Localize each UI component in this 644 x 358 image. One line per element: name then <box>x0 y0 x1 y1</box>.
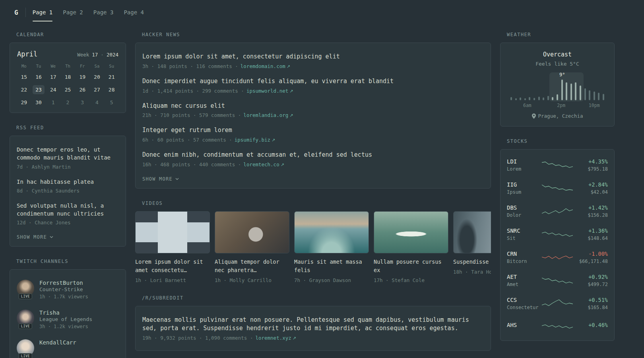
tab-page-3[interactable]: Page 3 <box>88 2 119 23</box>
video-title[interactable]: Suspendisse porta diam <box>453 258 491 266</box>
stock-row[interactable]: CCS Consectetur +0.51% $165.84 <box>507 292 608 315</box>
weather-bar <box>524 98 526 100</box>
reddit-post-domain-link[interactable]: loremnet.xyz ↗ <box>255 335 296 341</box>
weather-condition: Overcast <box>507 51 607 58</box>
calendar-day-today: 23 <box>33 85 45 94</box>
hn-item-domain: loremlandia.org <box>243 112 288 118</box>
hn-item-title[interactable]: Integer eget rutrum lorem <box>142 126 484 135</box>
calendar-box: April Week 17 · 2024 MoTuWeThFrSaSu 1516… <box>10 43 126 113</box>
stock-symbol[interactable]: CRN <box>507 251 542 257</box>
rss-item-title[interactable]: Sed volutpat nulla nisl, a condimentum n… <box>17 202 119 218</box>
stock-id: CRN Bitcorn <box>507 251 542 264</box>
weather-time-tick: 2pm <box>557 103 565 108</box>
hn-item-domain-link[interactable]: loremlandia.org ↗ <box>243 112 293 118</box>
hn-item: Integer eget rutrum lorem 6h · 60 points… <box>142 122 484 147</box>
stock-symbol[interactable]: IIG <box>507 181 542 188</box>
tab-page-4[interactable]: Page 4 <box>118 2 149 23</box>
hn-show-more-button[interactable]: SHOW MORE <box>142 175 179 183</box>
stock-symbol[interactable]: SNRC <box>507 228 542 234</box>
reddit-post-title[interactable]: Maecenas mollis pulvinar erat non posuer… <box>142 316 484 333</box>
stocks-widget-label: STOCKS <box>500 138 615 144</box>
rss-item-title[interactable]: Donec tempor eros leo, ut commodo mauris… <box>17 146 119 162</box>
weather-location[interactable]: Prague, Czechia <box>507 113 607 119</box>
hn-item-title[interactable]: Donec imperdiet augue tincidunt felis al… <box>142 77 484 86</box>
stock-row[interactable]: CRN Bitcorn -1.00% $66,171.48 <box>507 246 608 269</box>
video-title[interactable]: Aliquam tempor dolor nec pharetra… <box>215 258 289 274</box>
video-card[interactable]: Lorem ipsum dolor sit amet consectetu… 1… <box>135 211 210 283</box>
channel-name[interactable]: Trisha <box>39 309 92 316</box>
rss-show-more-button[interactable]: SHOW MORE <box>17 233 53 241</box>
hn-item-domain-link[interactable]: loremtech.co ↗ <box>243 161 284 167</box>
video-title[interactable]: Mauris sit amet massa felis <box>294 258 369 274</box>
hn-item-domain-link[interactable]: ipsumworld.net ↗ <box>246 88 293 94</box>
video-title[interactable]: Nullam posuere cursus ex <box>374 258 448 274</box>
stock-name: Ipsum <box>507 189 542 195</box>
stock-row[interactable]: LDI Lorem +4.35% $795.18 <box>507 154 608 177</box>
twitch-channel[interactable]: LIVE ForrestBurton Counter-Strike 1h · 1… <box>17 275 119 305</box>
weather-bar <box>520 97 521 100</box>
stock-row[interactable]: DBS Dolor +1.42% $156.28 <box>507 200 608 223</box>
stock-name: Sit <box>507 235 542 241</box>
calendar-day-name: Tu <box>31 64 46 68</box>
hn-item-domain-link[interactable]: ipsumify.biz ↗ <box>235 137 275 143</box>
video-thumbnail[interactable] <box>294 211 369 253</box>
stock-symbol[interactable]: CCS <box>507 297 542 303</box>
stock-symbol[interactable]: DBS <box>507 204 542 211</box>
video-card[interactable]: Suspendisse porta diam 18h · Tara Hollan… <box>453 211 491 283</box>
calendar-week-word: Week <box>77 52 89 58</box>
external-link-icon: ↗ <box>272 138 275 143</box>
video-card[interactable]: Nullam posuere cursus ex 17h · Stefan Co… <box>374 211 448 283</box>
tab-page-2[interactable]: Page 2 <box>58 2 88 23</box>
app-logo[interactable]: G <box>10 9 25 16</box>
stock-row[interactable]: AET Amet +0.92% $499.72 <box>507 269 608 292</box>
hn-item-meta: 1d · 1,414 points · 299 comments · ipsum… <box>142 88 484 94</box>
hn-item-stats: 3h · 148 points · 116 comments · <box>142 63 238 69</box>
hn-item-title[interactable]: Donec enim nibh, condimentum et accumsan… <box>142 151 484 160</box>
video-thumbnail[interactable] <box>453 211 491 253</box>
calendar-day: 1 <box>47 98 59 107</box>
location-pin-icon <box>532 113 536 119</box>
video-card[interactable]: Aliquam tempor dolor nec pharetra… 1h · … <box>215 211 289 283</box>
stock-symbol[interactable]: LDI <box>507 158 542 165</box>
video-thumbnail[interactable] <box>135 211 210 253</box>
calendar-week-indicator: Week 17 · 2024 <box>77 52 118 58</box>
video-thumbnail[interactable] <box>374 211 448 253</box>
video-title[interactable]: Lorem ipsum dolor sit amet consectetu… <box>135 258 210 274</box>
hn-item-meta: 16h · 468 points · 440 comments · loremt… <box>142 161 484 167</box>
channel-name[interactable]: KendallCarr <box>39 339 76 346</box>
weather-bar <box>561 80 563 100</box>
channel-name[interactable]: ForrestBurton <box>39 280 88 286</box>
hn-item-title[interactable]: Lorem ipsum dolor sit amet, consectetur … <box>142 53 484 61</box>
stock-row[interactable]: IIG Ipsum +2.84% $42.04 <box>507 177 608 200</box>
stock-symbol[interactable]: AET <box>507 274 542 280</box>
twitch-channel[interactable]: LIVE KendallCarr <box>17 335 119 358</box>
video-card[interactable]: Mauris sit amet massa felis 7h · Grayson… <box>294 211 369 283</box>
channel-info: Trisha League of Legends 3h · 1.2k viewe… <box>39 309 92 329</box>
calendar-month: April <box>17 50 37 58</box>
channel-info: KendallCarr <box>39 339 76 347</box>
rss-item-title[interactable]: In hac habitasse platea <box>17 178 119 186</box>
weather-bar <box>515 98 517 100</box>
channel-category[interactable]: League of Legends <box>39 316 92 322</box>
stock-symbol[interactable]: AHS <box>507 322 542 328</box>
calendar-day-name: Th <box>60 64 75 68</box>
hn-item: Lorem ipsum dolor sit amet, consectetur … <box>142 49 484 73</box>
stock-values: +1.42% $156.28 <box>573 204 608 218</box>
hn-item-domain-link[interactable]: loremdomain.com ↗ <box>241 63 290 69</box>
weather-time-axis: 6am 2pm 10pm <box>509 103 606 108</box>
weather-bar <box>570 84 572 100</box>
stock-row[interactable]: SNRC Sit +1.36% $148.64 <box>507 223 608 246</box>
stock-change: +4.35% <box>573 158 608 165</box>
video-thumbnail[interactable] <box>215 211 289 253</box>
calendar-day-name: Mo <box>17 64 31 68</box>
stock-change: +1.36% <box>573 228 608 234</box>
hn-item-title[interactable]: Aliquam nec cursus elit <box>142 102 484 111</box>
tab-page-1[interactable]: Page 1 <box>27 2 58 23</box>
twitch-channel[interactable]: LIVE Trisha League of Legends 3h · 1.2k … <box>17 305 119 335</box>
live-badge: LIVE <box>19 323 32 329</box>
calendar-day: 26 <box>76 85 88 94</box>
stock-change: +0.46% <box>573 322 608 328</box>
stock-price: $66,171.48 <box>573 259 608 264</box>
stock-row[interactable]: AHS +0.46% <box>507 315 608 337</box>
channel-category[interactable]: Counter-Strike <box>39 286 83 292</box>
